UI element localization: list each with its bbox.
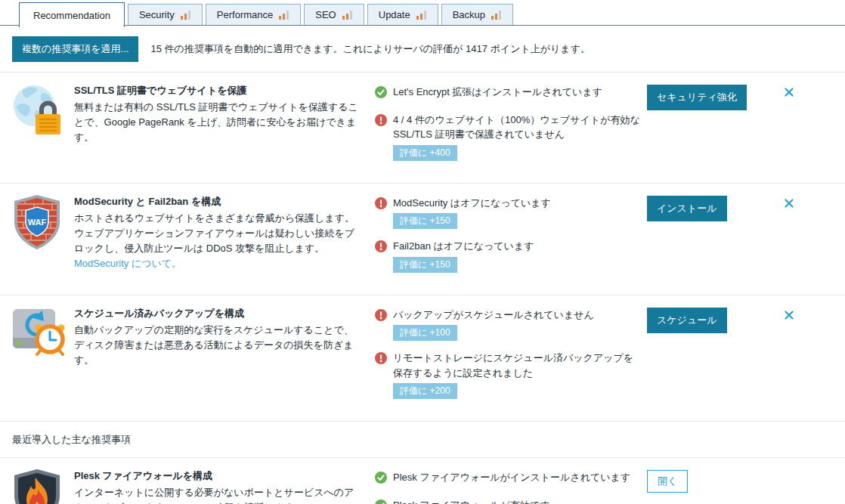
tab-label: Performance	[217, 9, 273, 20]
bar-chart-icon	[416, 10, 427, 20]
tab-recommendation[interactable]: Recommendation	[19, 2, 125, 27]
score-badge: 評価に +400	[393, 145, 457, 161]
recommendation-card-modsecurity: WAF ModSecurity と Fail2ban を構成 ホストされるウェブ…	[0, 183, 845, 295]
status-item: バックアップがスケジュールされていません 評価に +100	[375, 308, 641, 342]
svg-text:WAF: WAF	[28, 217, 47, 226]
status-text: ModSecurity はオフになっています	[393, 196, 551, 211]
open-button[interactable]: 開く	[647, 470, 688, 493]
card-description: インターネットに公開する必要がないポートとサービスへのアクセスをブロックすること…	[74, 485, 363, 504]
bar-chart-icon	[491, 10, 502, 20]
card-title: ModSecurity と Fail2ban を構成	[74, 194, 363, 209]
recommendation-card-ssl: SSL/TLS 証明書でウェブサイトを保護 無料または有料の SSL/TLS 証…	[0, 72, 845, 183]
recommendation-card-firewall: Plesk ファイアウォールを構成 インターネットに公開する必要がないポートとサ…	[0, 457, 845, 504]
status-item: Plesk ファイアウォールがインストールされています	[375, 470, 641, 488]
status-item: Fail2ban はオフになっています 評価に +150	[375, 239, 641, 273]
tab-label: Backup	[453, 9, 485, 20]
tab-label: SEO	[315, 9, 336, 20]
secure-button[interactable]: セキュリティ強化	[647, 85, 747, 110]
waf-shield-icon: WAF	[12, 194, 65, 249]
bar-chart-icon	[342, 10, 353, 20]
fire-shield-icon	[12, 468, 65, 504]
warning-icon	[375, 352, 387, 399]
tab-performance[interactable]: Performance	[206, 4, 301, 25]
status-text: Let's Encrypt 拡張はインストールされています	[393, 85, 602, 100]
close-icon	[785, 88, 794, 97]
status-text: Plesk ファイアウォールがインストールされています	[393, 470, 630, 485]
card-title: SSL/TLS 証明書でウェブサイトを保護	[74, 83, 363, 98]
status-item: ModSecurity はオフになっています 評価に +150	[375, 196, 641, 230]
status-item: 4 / 4 件のウェブサイト（100%）ウェブサイトが有効な SSL/TLS 証…	[375, 113, 641, 161]
score-badge: 評価に +150	[393, 213, 457, 229]
bar-chart-icon	[181, 10, 191, 20]
score-badge: 評価に +150	[393, 257, 457, 273]
score-badge: 評価に +100	[393, 325, 457, 341]
check-icon	[375, 86, 387, 103]
modsecurity-link[interactable]: ModSecurity について。	[74, 258, 181, 269]
status-text: バックアップがスケジュールされていません	[393, 308, 594, 323]
tab-backup[interactable]: Backup	[441, 4, 513, 25]
dismiss-button[interactable]	[785, 194, 794, 210]
close-icon	[785, 199, 794, 208]
status-item: リモートストレージにスケジュール済バックアップを保存するように設定されました 評…	[375, 351, 641, 399]
status-item: Let's Encrypt 拡張はインストールされています	[375, 85, 641, 103]
globe-lock-icon	[12, 83, 65, 138]
card-status-list: バックアップがスケジュールされていません 評価に +100 リモートストレージに…	[375, 306, 641, 410]
tab-seo[interactable]: SEO	[304, 4, 364, 25]
install-button[interactable]: インストール	[647, 196, 727, 221]
score-badge: 評価に +200	[393, 383, 457, 399]
card-status-list: Plesk ファイアウォールがインストールされています Plesk ファイアウォ…	[375, 468, 641, 504]
warning-icon	[375, 309, 387, 342]
schedule-button[interactable]: スケジュール	[647, 308, 727, 333]
bar-chart-icon	[279, 10, 289, 20]
card-status-list: ModSecurity はオフになっています 評価に +150 Fail2ban…	[375, 194, 641, 283]
card-title: スケジュール済みバックアップを構成	[74, 306, 363, 321]
dismiss-button[interactable]	[785, 83, 794, 99]
apply-info-text: 15 件の推奨事項を自動的に適用できます。これによりサーバの評価が 1417 ポ…	[150, 42, 590, 56]
backup-clock-icon	[12, 306, 65, 360]
tab-update[interactable]: Update	[367, 4, 438, 25]
card-status-list: Let's Encrypt 拡張はインストールされています 4 / 4 件のウェ…	[375, 83, 641, 171]
status-text: リモートストレージにスケジュール済バックアップを保存するように設定されました	[393, 351, 641, 380]
warning-icon	[375, 197, 387, 230]
card-description: ホストされるウェブサイトをさまざまな脅威から保護します。ウェブアプリケーションフ…	[74, 211, 363, 256]
dismiss-button[interactable]	[785, 306, 794, 322]
tab-label: Update	[379, 9, 410, 20]
recent-section-heading: 最近導入した主な推奨事項	[0, 421, 845, 457]
warning-icon	[375, 114, 387, 161]
warning-icon	[375, 240, 387, 273]
tab-label: Recommendation	[33, 10, 110, 21]
check-icon	[375, 499, 387, 504]
status-text: 4 / 4 件のウェブサイト（100%）ウェブサイトが有効な SSL/TLS 証…	[393, 113, 641, 142]
status-text: Plesk ファイアウォールが有効です	[393, 498, 549, 504]
check-icon	[375, 472, 387, 488]
status-text: Fail2ban はオフになっています	[393, 239, 534, 254]
tab-security[interactable]: Security	[128, 4, 203, 25]
recommendation-card-backup: スケジュール済みバックアップを構成 自動バックアップの定期的な実行をスケジュール…	[0, 295, 845, 422]
tab-bar: Recommendation Security Performance SEO …	[0, 0, 845, 26]
apply-multiple-button[interactable]: 複数の推奨事項を適用...	[12, 36, 138, 62]
tab-label: Security	[139, 9, 175, 20]
close-icon	[785, 311, 794, 320]
card-description: 無料または有料の SSL/TLS 証明書でウェブサイトを保護することで、Goog…	[74, 100, 363, 145]
status-item: Plesk ファイアウォールが有効です	[375, 498, 641, 504]
card-title: Plesk ファイアウォールを構成	[74, 468, 363, 484]
card-description: 自動バックアップの定期的な実行をスケジュールすることで、ディスク障害または悪意あ…	[74, 323, 363, 368]
apply-all-bar: 複数の推奨事項を適用... 15 件の推奨事項を自動的に適用できます。これにより…	[0, 26, 845, 72]
